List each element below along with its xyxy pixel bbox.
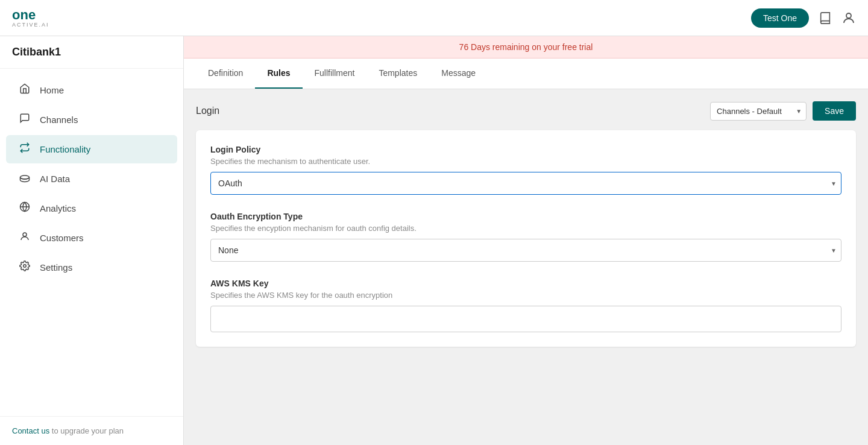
aws-kms-description: Specifies the AWS KMS key for the oauth …: [210, 291, 841, 300]
logo-subtitle: ACTIVE.AI: [12, 22, 49, 28]
sidebar-item-settings[interactable]: Settings: [6, 253, 177, 282]
sidebar-nav: Home Channels: [0, 69, 183, 416]
footer-suffix: to upgrade your plan: [49, 426, 124, 435]
logo-text: one: [12, 8, 49, 22]
sidebar-item-channels[interactable]: Channels: [6, 106, 177, 134]
login-policy-description: Specifies the mechanism to authenticate …: [210, 157, 841, 166]
oauth-encryption-section: Oauth Encryption Type Specifies the ency…: [210, 212, 841, 262]
tab-bar: Definition Rules Fullfillment Templates …: [184, 58, 868, 89]
svg-point-4: [23, 233, 27, 236]
aws-kms-label: AWS KMS Key: [210, 279, 841, 288]
header-actions: Test One: [751, 8, 856, 28]
trial-text: 76 Days remaining on your free trial: [459, 42, 593, 52]
sidebar-settings-label: Settings: [40, 262, 72, 273]
login-policy-label: Login Policy: [210, 145, 841, 154]
sidebar-analytics-label: Analytics: [40, 203, 76, 213]
sidebar-ai-data-label: AI Data: [40, 174, 70, 184]
channel-select-wrapper: Channels - Default Channels - Web Channe…: [710, 102, 807, 121]
tab-definition[interactable]: Definition: [196, 58, 255, 89]
user-icon[interactable]: [841, 11, 856, 25]
svg-point-5: [24, 265, 27, 268]
tab-message[interactable]: Message: [429, 58, 488, 89]
sidebar-customers-label: Customers: [40, 233, 84, 243]
test-one-button[interactable]: Test One: [751, 8, 809, 28]
channels-icon: [18, 113, 31, 127]
functionality-icon: [18, 142, 31, 156]
sidebar-functionality-label: Functionality: [40, 144, 90, 154]
customers-icon: [18, 231, 31, 245]
channel-select[interactable]: Channels - Default Channels - Web Channe…: [710, 102, 807, 121]
oauth-encryption-label: Oauth Encryption Type: [210, 212, 841, 221]
sidebar-item-ai-data[interactable]: AI Data: [6, 165, 177, 193]
settings-icon: [18, 260, 31, 274]
rules-card: Login Policy Specifies the mechanism to …: [196, 130, 856, 347]
page-content: Login Channels - Default Channels - Web …: [184, 89, 868, 445]
login-policy-section: Login Policy Specifies the mechanism to …: [210, 145, 841, 195]
main-layout: Citibank1 Home Channels: [0, 36, 868, 445]
page-header-row: Login Channels - Default Channels - Web …: [196, 101, 856, 121]
header: one ACTIVE.AI Test One: [0, 0, 868, 36]
sidebar-channels-label: Channels: [40, 115, 78, 125]
sidebar: Citibank1 Home Channels: [0, 36, 184, 445]
oauth-encryption-select-wrapper: None AWS KMS Custom: [210, 239, 841, 262]
aws-kms-section: AWS KMS Key Specifies the AWS KMS key fo…: [210, 279, 841, 332]
analytics-icon: [18, 201, 31, 215]
trial-banner: 76 Days remaining on your free trial: [184, 36, 868, 58]
tab-templates[interactable]: Templates: [366, 58, 429, 89]
sidebar-item-functionality[interactable]: Functionality: [6, 135, 177, 163]
sidebar-item-analytics[interactable]: Analytics: [6, 194, 177, 222]
sidebar-footer: Contact us to upgrade your plan: [0, 416, 183, 445]
login-policy-select-wrapper: OAuth SAML LDAP Local: [210, 172, 841, 195]
ai-data-icon: [18, 172, 31, 186]
page-title: Login: [196, 106, 219, 116]
contact-us-link[interactable]: Contact us: [12, 426, 49, 435]
tab-fulfillment[interactable]: Fullfillment: [303, 58, 367, 89]
page-header-actions: Channels - Default Channels - Web Channe…: [710, 101, 856, 121]
workspace-name: Citibank1: [0, 36, 183, 69]
home-icon: [18, 83, 31, 97]
oauth-encryption-select[interactable]: None AWS KMS Custom: [210, 239, 841, 262]
oauth-encryption-description: Specifies the encyption mechanism for oa…: [210, 224, 841, 233]
content-area: 76 Days remaining on your free trial Def…: [184, 36, 868, 445]
sidebar-item-customers[interactable]: Customers: [6, 224, 177, 252]
logo: one ACTIVE.AI: [12, 8, 49, 28]
login-policy-select[interactable]: OAuth SAML LDAP Local: [210, 172, 841, 195]
docs-icon[interactable]: [819, 11, 832, 25]
svg-point-0: [846, 13, 851, 18]
aws-kms-input[interactable]: [210, 306, 841, 332]
save-button[interactable]: Save: [813, 101, 856, 121]
sidebar-home-label: Home: [40, 85, 64, 95]
tab-rules[interactable]: Rules: [255, 58, 302, 89]
sidebar-item-home[interactable]: Home: [6, 76, 177, 104]
